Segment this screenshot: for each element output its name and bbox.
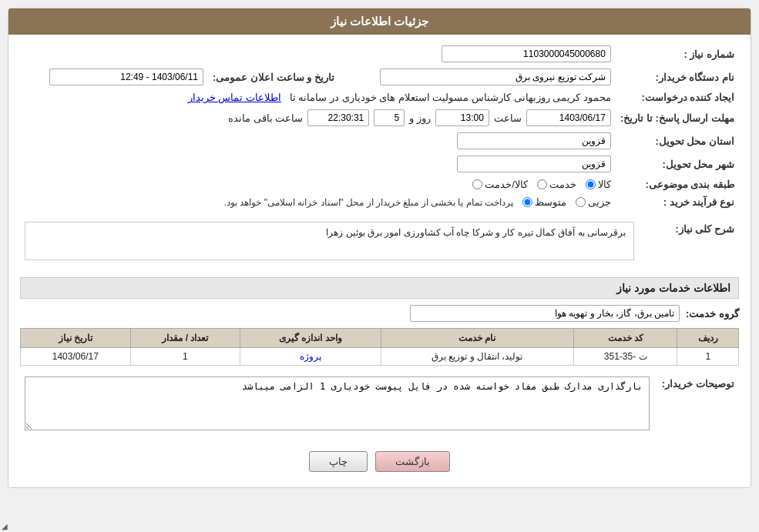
ostan-input[interactable] bbox=[457, 132, 611, 149]
tosif-table: توصیحات خریدار: bbox=[20, 373, 739, 436]
radio-kalaKhadamat-item: کالا/خدمت bbox=[472, 179, 528, 190]
cell-kod: ت -35-351 bbox=[573, 348, 677, 366]
noefarayand-text: پرداخت تمام یا بخشی از مبلغ خریدار از مح… bbox=[224, 197, 513, 208]
info-table: شماره نیاز : نام دستگاه خریدار: تاریخ و … bbox=[20, 42, 739, 211]
noefarayand-cell: جزیی متوسط پرداخت تمام یا بخشی از مبلغ خ… bbox=[20, 193, 616, 211]
mohlat-roz-label: روز و bbox=[409, 112, 431, 124]
shomareNiaz-label: شماره نیاز : bbox=[616, 42, 739, 65]
shahr-cell bbox=[339, 152, 616, 176]
sharhKoli-box: برقرسانی به آفاق کمال تیره کار و شرکا چا… bbox=[25, 222, 634, 260]
radio-khadamat[interactable] bbox=[537, 179, 547, 189]
sharhKoli-label: شرح کلی نیاز: bbox=[639, 219, 739, 269]
col-kod: کد خدمت bbox=[573, 329, 677, 348]
cell-radif: 1 bbox=[677, 348, 739, 366]
mohlat-time-label: ساعت bbox=[494, 112, 522, 124]
radio-khadamat-label: خدمت bbox=[549, 179, 576, 190]
mohlat-time-input[interactable] bbox=[435, 109, 489, 126]
radio-kalaKhadamat-label: کالا/خدمت bbox=[485, 179, 528, 190]
noefarayand-label: نوع فرآیند خرید : bbox=[616, 193, 739, 211]
ostan-label: استان محل تحویل: bbox=[616, 129, 739, 152]
sharhKoli-cell: برقرسانی به آفاق کمال تیره کار و شرکا چا… bbox=[20, 219, 639, 269]
ijadKonande-label: ایجاد کننده درخواست: bbox=[616, 89, 739, 106]
shomareNiaz-input[interactable] bbox=[442, 45, 611, 62]
tarighe-label: طبقه بندی موضوعی: bbox=[616, 176, 739, 193]
cell-tedad: 1 bbox=[130, 348, 240, 366]
radio-khadamat-item: خدمت bbox=[537, 179, 576, 190]
col-radif: ردیف bbox=[677, 329, 739, 348]
grohKhadamat-input[interactable] bbox=[410, 305, 680, 322]
radio-jozi[interactable] bbox=[576, 197, 586, 207]
shahr-label: شهر محل تحویل: bbox=[616, 152, 739, 176]
tarikhAelan-label: تاریخ و ساعت اعلان عمومی: bbox=[208, 65, 339, 89]
namDastgah-cell bbox=[339, 65, 616, 89]
cell-nam: تولید، انتقال و توزیع برق bbox=[381, 348, 573, 366]
radio-kala[interactable] bbox=[586, 179, 596, 189]
mohlat-baqi-label: ساعت باقی مانده bbox=[228, 112, 303, 124]
radio-kala-item: کالا bbox=[586, 179, 611, 190]
radio-motavasset[interactable] bbox=[522, 197, 532, 207]
namDastgah-input[interactable] bbox=[380, 69, 611, 85]
button-row: بازگشت چاپ bbox=[20, 443, 739, 480]
radio-jozi-label: جزیی bbox=[588, 196, 611, 208]
groh-khadamat-row: گروه خدمت: bbox=[20, 305, 739, 322]
shahr-input[interactable] bbox=[457, 156, 611, 172]
header-title: جزئیات اطلاعات نیاز bbox=[331, 15, 428, 28]
table-row: 1ت -35-351تولید، انتقال و توزیع برقپروژه… bbox=[21, 348, 739, 366]
namDastgah-label: نام دستگاه خریدار: bbox=[616, 65, 739, 89]
col-vahed: واحد اندازه گیری bbox=[240, 329, 381, 348]
tamas-link[interactable]: اطلاعات تماس خریدار bbox=[188, 92, 281, 103]
print-button[interactable]: چاپ bbox=[309, 451, 368, 472]
radio-jozi-item: جزیی bbox=[576, 196, 611, 208]
radio-motavasset-label: متوسط bbox=[535, 196, 566, 208]
tarikhAelan-cell bbox=[20, 65, 208, 89]
ijadKonande-cell: محمود کریمی روزبهانی کارشناس مسولیت استع… bbox=[20, 89, 616, 106]
col-tarikh: تاریخ نیاز bbox=[21, 329, 131, 348]
mohlat-label: مهلت ارسال پاسخ: تا تاریخ: bbox=[616, 106, 739, 129]
service-table: ردیف کد خدمت نام خدمت واحد اندازه گیری ت… bbox=[20, 328, 739, 366]
radio-kalaKhadamat[interactable] bbox=[472, 179, 482, 189]
col-tedad: تعداد / مقدار bbox=[130, 329, 240, 348]
radio-motavasset-item: متوسط bbox=[522, 196, 566, 208]
page-header: جزئیات اطلاعات نیاز bbox=[8, 8, 751, 35]
col-nam: نام خدمت bbox=[381, 329, 573, 348]
cell-vahed: پروژه bbox=[240, 348, 381, 366]
tosifKharidar-label: توصیحات خریدار: bbox=[654, 373, 739, 436]
mohlat-date-input[interactable] bbox=[526, 109, 611, 126]
tarikhAelan-input[interactable] bbox=[49, 69, 203, 85]
grohKhadamat-label: گروه خدمت: bbox=[686, 308, 739, 320]
cell-tarikh: 1403/06/17 bbox=[21, 348, 131, 366]
tosifKharidar-textarea[interactable] bbox=[25, 376, 650, 430]
ostan-cell bbox=[339, 129, 616, 152]
khadamat-section-header: اطلاعات خدمات مورد نیاز bbox=[20, 277, 739, 299]
mohlat-cell: ساعت روز و ساعت باقی مانده bbox=[20, 106, 616, 129]
shomareNiaz-cell bbox=[339, 42, 616, 65]
khadamat-header-text: اطلاعات خدمات مورد نیاز bbox=[616, 282, 730, 294]
sharhKoli-value: برقرسانی به آفاق کمال تیره کار و شرکا چا… bbox=[326, 227, 626, 238]
tosifKharidar-cell bbox=[20, 373, 654, 436]
mohlat-roz-input[interactable] bbox=[374, 109, 405, 126]
tarighe-cell: کالا خدمت کالا/خدمت bbox=[20, 176, 616, 193]
ijadKonande-text: محمود کریمی روزبهانی کارشناس مسولیت استع… bbox=[290, 92, 611, 103]
sharh-koli-table: شرح کلی نیاز: برقرسانی به آفاق کمال تیره… bbox=[20, 219, 739, 269]
back-button[interactable]: بازگشت bbox=[375, 451, 450, 472]
radio-kala-label: کالا bbox=[598, 179, 611, 190]
mohlat-baqi-input[interactable] bbox=[307, 109, 369, 126]
